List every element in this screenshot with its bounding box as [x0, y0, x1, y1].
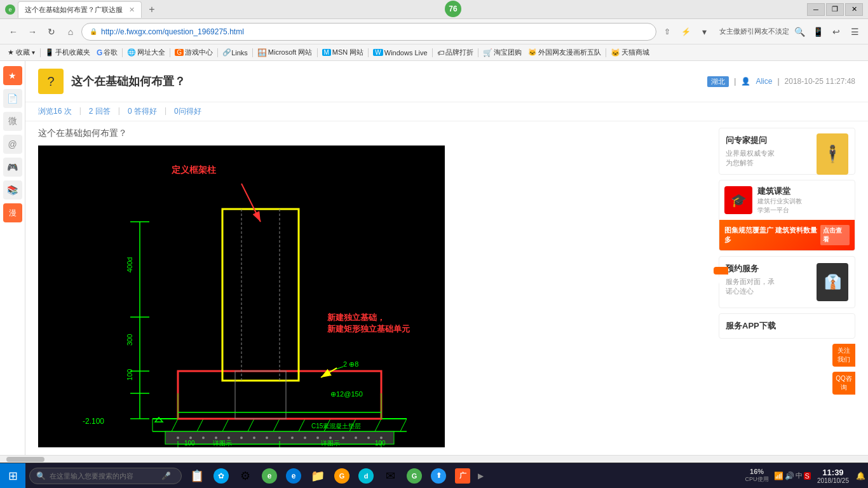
- bookmark-mobile[interactable]: 📱手机收藏夹: [42, 46, 93, 58]
- taskbar-app-2[interactable]: ✿: [210, 463, 233, 489]
- app7-icon: d: [358, 468, 374, 484]
- new-tab-button[interactable]: +: [144, 2, 159, 17]
- taskbar-app-5[interactable]: e: [282, 463, 305, 489]
- question-user: Alice: [756, 77, 772, 86]
- bookmark-favorites[interactable]: ★ 收藏 ▾: [4, 46, 39, 58]
- close-button[interactable]: ✕: [845, 3, 863, 16]
- taskbar-app-4[interactable]: e: [258, 463, 281, 489]
- follow-button[interactable]: 关注我们: [832, 344, 855, 367]
- sidebar-book-icon[interactable]: 📚: [3, 180, 22, 200]
- bookmark-sep-10: [606, 48, 606, 57]
- annotation-new-rect: 新建矩形独立基础单元: [327, 323, 410, 335]
- menu-button[interactable]: ☰: [846, 24, 863, 40]
- bookmark-microsoft[interactable]: 🪟Microsoft 网站: [254, 46, 316, 58]
- bookmark-sites[interactable]: 🌐网址大全: [124, 46, 168, 58]
- start-button[interactable]: ⊞: [0, 463, 25, 489]
- bookmark-sep-7: [368, 48, 369, 57]
- question-icon: ?: [38, 69, 64, 94]
- scroll-thumb[interactable]: [6, 457, 44, 462]
- feedback-button[interactable]: 意见反馈: [714, 267, 728, 274]
- service-section: 预约服务 服务面对面，承 诺心连心 👔: [719, 256, 855, 308]
- network-icon: 📶: [774, 471, 783, 480]
- refresh-button[interactable]: ↻: [43, 24, 60, 40]
- clock-area[interactable]: 11:39 2018/10/25: [813, 468, 853, 484]
- taskbar-app-6[interactable]: G: [330, 463, 353, 489]
- taskbar-app-8[interactable]: G: [403, 463, 426, 489]
- bookmark-sep-2: [122, 48, 123, 57]
- phone-button[interactable]: 📱: [810, 24, 826, 40]
- clock-date: 2018/10/25: [817, 477, 849, 484]
- app5-icon: e: [286, 468, 301, 484]
- bookmark-windows-live[interactable]: WWindows Live: [370, 48, 430, 58]
- taskbar-app-mail[interactable]: ✉: [379, 463, 402, 489]
- sidebar-game-icon[interactable]: 🎮: [3, 158, 22, 177]
- sidebar-doc-icon[interactable]: 📄: [3, 89, 22, 108]
- bookmark-links[interactable]: 🔗Links: [219, 47, 251, 58]
- svg-point-39: [367, 437, 370, 439]
- taskbar-app-1[interactable]: 📋: [186, 463, 208, 489]
- minimize-button[interactable]: ─: [807, 3, 825, 16]
- tab-close-button[interactable]: ✕: [129, 6, 135, 14]
- svg-point-28: [227, 437, 230, 439]
- search-button[interactable]: 🔍: [791, 24, 808, 40]
- bookmark-foreign[interactable]: 🐱外国网友漫画析五队: [525, 46, 604, 58]
- user-info: 女主傲娇引网友不淡定: [719, 27, 789, 36]
- brand-icon: 🏷: [437, 49, 444, 57]
- course-banner[interactable]: 图集规范覆盖广 建筑资料数量多 点击查看: [719, 220, 855, 250]
- service-title: 预约服务: [726, 263, 811, 274]
- taskbar-app-3[interactable]: ⚙: [234, 463, 257, 489]
- course-desc1: 建筑行业实训教: [757, 197, 802, 206]
- back2-button[interactable]: ↩: [828, 24, 844, 40]
- sidebar-weibo-icon[interactable]: 微: [3, 112, 22, 131]
- dropdown-button[interactable]: ▾: [696, 24, 712, 40]
- bookmark-games[interactable]: G游戏中心: [172, 46, 216, 58]
- msn-icon: M: [322, 49, 331, 56]
- share-button[interactable]: ⇧: [659, 24, 675, 40]
- bookmark-google[interactable]: G谷歌: [93, 46, 121, 58]
- taskbar-app-9[interactable]: ⬆: [427, 463, 450, 489]
- horizontal-scrollbar[interactable]: [0, 455, 868, 463]
- sites-icon: 🌐: [127, 48, 136, 57]
- app9-icon: ⬆: [431, 468, 446, 484]
- notification-button[interactable]: 🔔: [855, 463, 865, 489]
- sidebar-mail-icon[interactable]: @: [3, 135, 22, 154]
- qq-button[interactable]: QQ咨询: [832, 372, 855, 395]
- games-icon: G: [175, 49, 184, 56]
- browser-tab[interactable]: 这个在基础如何布置？广联达服 ✕: [18, 1, 142, 18]
- back-button[interactable]: ←: [5, 24, 22, 40]
- tray-expand-button[interactable]: ▶: [474, 463, 487, 489]
- taskbar-app-folder[interactable]: 📁: [306, 463, 329, 489]
- separator-1: |: [734, 77, 736, 86]
- svg-text:100: 100: [126, 369, 133, 381]
- mobile-icon: 📱: [45, 48, 54, 57]
- svg-text:300: 300: [126, 334, 133, 346]
- sidebar-comic-icon[interactable]: 漫: [3, 203, 22, 222]
- bookmark-tmall[interactable]: 🐱天猫商城: [607, 46, 653, 58]
- taskbar-app-10[interactable]: 广: [451, 463, 474, 489]
- svg-text:100: 100: [375, 440, 386, 447]
- banner-action[interactable]: 点击查看: [820, 225, 850, 245]
- browser-favicon: e: [5, 4, 15, 15]
- address-bar[interactable]: 🔒 http://e.fwxgx.com/question_1969275.ht…: [81, 23, 656, 41]
- svg-text:400d: 400d: [126, 257, 133, 273]
- lightning-button[interactable]: ⚡: [677, 24, 694, 40]
- bookmark-sep-3: [170, 48, 170, 57]
- bookmark-msn[interactable]: MMSN 网站: [319, 46, 367, 58]
- svg-point-25: [189, 437, 192, 439]
- taskbar-app-7[interactable]: d: [355, 463, 377, 489]
- sidebar-star-icon[interactable]: ★: [3, 66, 22, 85]
- svg-point-29: [240, 437, 243, 439]
- taobao-label: 淘宝团购: [494, 48, 522, 57]
- app8-icon: G: [407, 468, 422, 484]
- svg-point-37: [342, 437, 344, 439]
- restore-button[interactable]: ❐: [826, 3, 844, 16]
- forward-button[interactable]: →: [24, 24, 41, 40]
- home-button[interactable]: ⌂: [62, 24, 79, 40]
- links-label: Links: [231, 49, 248, 57]
- taskbar-search-input[interactable]: [50, 472, 158, 480]
- follow-label: 关注我们: [835, 346, 853, 364]
- google-icon: G: [97, 48, 102, 57]
- bookmark-taobao[interactable]: 🛒淘宝团购: [480, 46, 525, 58]
- taskbar-search-box[interactable]: 🔍 🎤: [29, 468, 182, 484]
- bookmark-brand[interactable]: 🏷品牌打折: [434, 46, 477, 58]
